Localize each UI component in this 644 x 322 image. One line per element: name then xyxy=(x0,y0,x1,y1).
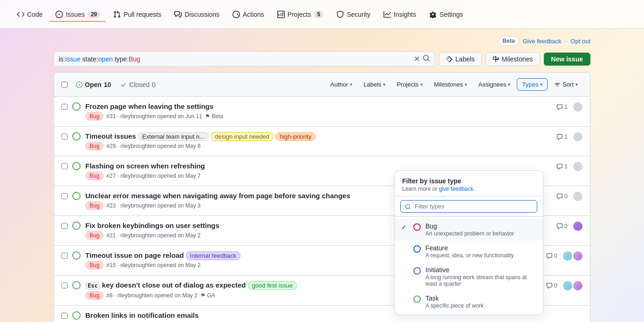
issue-checkbox-6[interactable] xyxy=(62,253,68,259)
types-filter-btn[interactable]: Types ▾ xyxy=(517,78,548,91)
nav-issues-label: Issues xyxy=(66,11,84,18)
task-type-icon xyxy=(413,295,421,303)
milestone-icon-1: ⚑ Beta xyxy=(205,113,223,120)
security-icon xyxy=(336,11,344,18)
insights-icon xyxy=(384,11,391,18)
milestones-chevron-icon: ▾ xyxy=(465,82,467,87)
settings-icon xyxy=(429,11,437,18)
nav-code[interactable]: Code xyxy=(11,7,48,22)
issue-checkbox-3[interactable] xyxy=(62,163,68,169)
issue-right-6: 0 xyxy=(546,251,582,261)
table-row: Timeout issues External team input n... … xyxy=(54,127,590,156)
sort-filter-btn[interactable]: Sort ▾ xyxy=(549,79,582,90)
nav-settings-label: Settings xyxy=(439,11,463,18)
milestones-btn[interactable]: Milestones xyxy=(486,52,540,66)
opt-out-link[interactable]: Opt out xyxy=(570,38,590,45)
comment-count-4: 0 xyxy=(556,193,568,200)
nav-security[interactable]: Security xyxy=(331,7,376,22)
issue-checkbox-7[interactable] xyxy=(62,282,68,288)
dropdown-item-desc-bug: An unexpected problem or behavior xyxy=(425,230,536,237)
tab-open[interactable]: Open 10 xyxy=(73,80,114,89)
labels-btn-label: Labels xyxy=(455,55,474,63)
page-wrapper: Code Issues 29 Pull requests Discussions xyxy=(0,0,644,322)
dropdown-item-desc-task: A specific piece of work xyxy=(425,302,536,309)
type-search-input[interactable] xyxy=(400,200,537,213)
label-bug-1[interactable]: Bug xyxy=(85,112,103,121)
issue-open-icon-7 xyxy=(72,281,81,289)
issue-checkbox-1[interactable] xyxy=(62,104,68,110)
dropdown-item-info-feature: Feature A request, idea, or new function… xyxy=(425,244,536,259)
search-clear-btn[interactable]: ✕ xyxy=(414,55,420,63)
dropdown-search-area xyxy=(395,196,543,217)
new-issue-btn[interactable]: New issue xyxy=(544,53,590,66)
projects-chevron-icon: ▾ xyxy=(420,82,423,87)
issue-content-2: Timeout issues External team input n... … xyxy=(85,132,552,150)
nav-settings[interactable]: Settings xyxy=(424,7,469,22)
issue-open-icon-4 xyxy=(72,192,81,200)
assignee-avatar-4 xyxy=(573,192,582,201)
dropdown-item-name-feature: Feature xyxy=(425,244,536,252)
dropdown-item-feature[interactable]: Feature A request, idea, or new function… xyxy=(395,241,543,262)
discussions-icon xyxy=(174,11,182,18)
nav-pull-requests[interactable]: Pull requests xyxy=(108,7,167,22)
author-filter-btn[interactable]: Author ▾ xyxy=(326,79,357,90)
assignee-avatar-3 xyxy=(573,162,582,171)
search-input-wrapper[interactable]: is:issue state:open type:Bug ✕ xyxy=(54,51,435,67)
assignee-avatar-1 xyxy=(573,102,582,112)
comment-count-3: 1 xyxy=(556,163,568,170)
give-feedback-link[interactable]: Give feedback xyxy=(523,38,562,45)
issue-right-1: 1 xyxy=(556,102,582,112)
top-nav: Code Issues 29 Pull requests Discussions xyxy=(0,0,644,29)
dropdown-title: Filter by issue type xyxy=(402,177,535,185)
assignees-filter-btn[interactable]: Assignees ▾ xyxy=(473,79,515,90)
search-submit-btn[interactable] xyxy=(423,54,430,63)
table-row: Frozen page when leaving the settings Bu… xyxy=(54,97,590,127)
issue-title-2[interactable]: Timeout issues External team input n... … xyxy=(85,132,552,140)
issue-title-1[interactable]: Frozen page when leaving the settings xyxy=(85,102,552,110)
label-bug-5[interactable]: Bug xyxy=(85,231,103,240)
label-bug-2[interactable]: Bug xyxy=(85,142,103,150)
issues-container: Open 10 Closed 0 Author ▾ Labels ▾ xyxy=(54,72,590,322)
pr-icon xyxy=(113,11,121,18)
sort-chevron-icon: ▾ xyxy=(575,82,578,87)
nav-actions[interactable]: Actions xyxy=(227,7,270,22)
assignee-avatar-2 xyxy=(573,132,582,141)
labels-filter-btn[interactable]: Labels ▾ xyxy=(359,79,390,90)
dropdown-item-name-task: Task xyxy=(425,295,536,302)
assignee-group-6 xyxy=(563,251,582,261)
nav-insights[interactable]: Insights xyxy=(378,7,422,22)
projects-icon xyxy=(277,11,285,18)
issue-right-7: 0 xyxy=(546,281,582,290)
issue-open-icon-2 xyxy=(72,132,81,141)
label-bug-4[interactable]: Bug xyxy=(85,201,103,210)
beta-separator: · xyxy=(565,38,567,45)
issue-checkbox-4[interactable] xyxy=(62,193,68,199)
nav-issues[interactable]: Issues 29 xyxy=(50,7,106,22)
tab-closed[interactable]: Closed 0 xyxy=(117,80,158,89)
sort-icon xyxy=(554,81,561,88)
issue-checkbox-5[interactable] xyxy=(62,223,68,229)
milestones-filter-btn[interactable]: Milestones ▾ xyxy=(429,79,472,90)
dropdown-item-bug[interactable]: ✓ Bug An unexpected problem or behavior xyxy=(395,219,543,241)
issue-checkbox-2[interactable] xyxy=(62,134,68,140)
label-bug-7[interactable]: Bug xyxy=(85,291,103,300)
labels-btn[interactable]: Labels xyxy=(439,52,481,66)
select-all-checkbox[interactable] xyxy=(62,81,68,87)
nav-projects[interactable]: Projects 5 xyxy=(272,7,329,22)
dropdown-header: Filter by issue type Learn more or give … xyxy=(395,171,543,196)
actions-icon xyxy=(233,11,240,18)
closed-count: 0 xyxy=(152,81,156,88)
dropdown-item-name-initiative: Initiative xyxy=(425,266,536,274)
initiative-type-icon xyxy=(413,267,421,275)
label-bug-3[interactable]: Bug xyxy=(85,172,103,180)
dropdown-item-task[interactable]: Task A specific piece of work xyxy=(395,291,543,313)
issue-checkbox-8[interactable] xyxy=(62,313,68,319)
check-icon: ✓ xyxy=(401,223,409,231)
dropdown-item-initiative[interactable]: Initiative A long running work stream th… xyxy=(395,262,543,291)
issue-open-icon-5 xyxy=(72,221,81,230)
issue-title-3[interactable]: Flashing on screen when refreshing xyxy=(85,162,552,170)
nav-discussions[interactable]: Discussions xyxy=(169,7,225,22)
label-bug-6[interactable]: Bug xyxy=(85,261,103,269)
projects-filter-btn[interactable]: Projects ▾ xyxy=(392,79,427,90)
nav-security-label: Security xyxy=(347,11,370,18)
